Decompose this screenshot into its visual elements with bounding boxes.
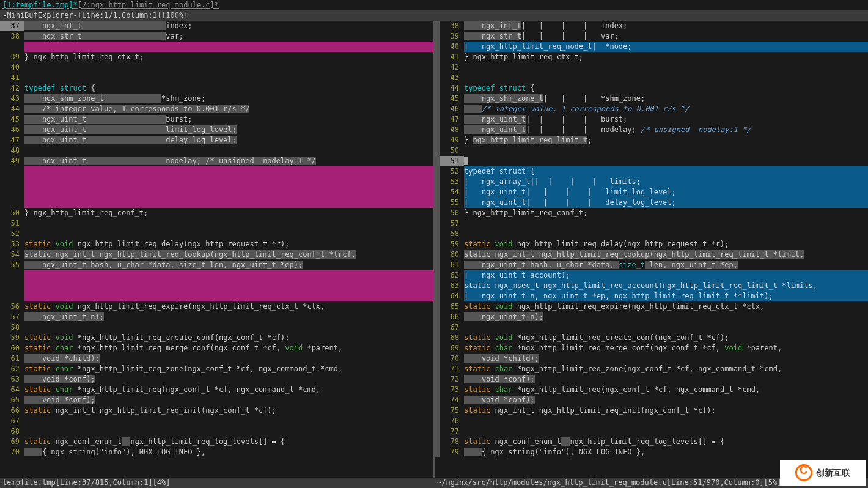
code-line[interactable]: 59static void ngx_http_limit_req_delay(n…	[435, 239, 868, 250]
code-line[interactable]: 47 ngx_uint_t| | | | burst;	[435, 114, 868, 125]
code-line[interactable]: 51	[0, 218, 433, 229]
code-line[interactable]: 56static void ngx_http_limit_req_expire(…	[0, 301, 433, 312]
code-line[interactable]: 60static ngx_int_t ngx_http_limit_req_lo…	[435, 250, 868, 260]
code-line[interactable]: 73static char *ngx_http_limit_req(ngx_co…	[435, 385, 868, 395]
code-line[interactable]: 70 void *child);	[435, 353, 868, 364]
code-line[interactable]: 69static ngx_conf_enum_t ngx_http_limit_…	[0, 437, 433, 447]
fold-column[interactable]	[435, 281, 440, 291]
code-line[interactable]: 37 ngx_int_t index;	[0, 21, 433, 31]
code-line[interactable]: 57	[435, 218, 868, 229]
code-line[interactable]: 51	[435, 156, 868, 166]
code-line[interactable]: 63static ngx_msec_t ngx_http_limit_req_a…	[435, 281, 868, 291]
code-line[interactable]: 55| ngx_uint_t| | | | delay_log_level;	[435, 198, 868, 208]
code-line[interactable]: 58	[0, 322, 433, 333]
code-line[interactable]: 41	[0, 73, 433, 83]
code-line[interactable]: 66static ngx_int_t ngx_http_limit_req_in…	[0, 405, 433, 416]
fold-column[interactable]	[435, 42, 440, 52]
fold-column[interactable]	[435, 208, 440, 218]
code-line[interactable]: 48 ngx_uint_t| | | | nodelay; /* unsigne…	[435, 125, 868, 135]
code-line[interactable]: 62static char *ngx_http_limit_req_zone(n…	[0, 364, 433, 374]
code-line[interactable]: 79 { ngx_string("info"), NGX_LOG_INFO },	[435, 447, 868, 457]
fold-column[interactable]	[435, 364, 440, 374]
code-line[interactable]: 47 ngx_uint_t delay_log_level;	[0, 135, 433, 146]
code-line[interactable]: 53static void ngx_http_limit_req_delay(n…	[0, 239, 433, 250]
fold-column[interactable]	[435, 301, 440, 312]
fold-column[interactable]	[435, 333, 440, 343]
right-pane[interactable]: 38 ngx_int_t| | | | index;39 ngx_str_t| …	[435, 21, 868, 478]
fold-column[interactable]	[435, 104, 440, 114]
fold-column[interactable]	[435, 198, 440, 208]
buffer-tabline[interactable]: [1:tempfile.tmp]*[2:ngx_http_limit_req_m…	[0, 0, 868, 10]
code-line[interactable]: 61 ngx_uint_t hash, u_char *data, size_t…	[435, 260, 868, 270]
fold-column[interactable]	[435, 83, 440, 94]
fold-column[interactable]	[435, 156, 440, 166]
code-line[interactable]: 49 ngx_uint_t nodelay; /* unsigned nodel…	[0, 156, 433, 166]
code-line[interactable]: 52typedef struct {	[435, 166, 868, 177]
code-line[interactable]: 74 void *conf);	[435, 395, 868, 405]
code-line[interactable]: 45 ngx_shm_zone_t| | | *shm_zone;	[435, 94, 868, 104]
code-line[interactable]: 75static ngx_int_t ngx_http_limit_req_in…	[435, 405, 868, 416]
code-line[interactable]: 59static void *ngx_http_limit_req_create…	[0, 333, 433, 343]
fold-column[interactable]	[435, 94, 440, 104]
code-line[interactable]: 62| ngx_uint_t account);	[435, 270, 868, 281]
fold-column[interactable]	[435, 239, 440, 250]
fold-column[interactable]	[435, 125, 440, 135]
tab-1[interactable]: [1:tempfile.tmp]*	[2, 1, 78, 9]
code-line[interactable]: 39 ngx_str_t| | | | var;	[435, 31, 868, 42]
code-line[interactable]	[0, 187, 433, 198]
fold-column[interactable]	[435, 291, 440, 301]
fold-column[interactable]	[435, 218, 440, 229]
code-line[interactable]	[0, 42, 433, 52]
code-line[interactable]: 55 ngx_uint_t hash, u_char *data, size_t…	[0, 260, 433, 270]
code-line[interactable]: 43 ngx_shm_zone_t *shm_zone;	[0, 94, 433, 104]
code-line[interactable]: 66 ngx_uint_t n);	[435, 312, 868, 322]
code-line[interactable]: 60static char *ngx_http_limit_req_merge_…	[0, 343, 433, 353]
fold-column[interactable]	[435, 343, 440, 353]
fold-column[interactable]	[435, 250, 440, 260]
fold-column[interactable]	[435, 229, 440, 239]
code-line[interactable]	[0, 198, 433, 208]
code-line[interactable]	[0, 270, 433, 281]
code-line[interactable]: 46 /* integer value, 1 corresponds to 0.…	[435, 104, 868, 114]
code-line[interactable]	[0, 291, 433, 301]
code-line[interactable]	[0, 281, 433, 291]
code-line[interactable]: 42typedef struct {	[0, 83, 433, 94]
fold-column[interactable]	[435, 146, 440, 156]
code-line[interactable]: 50	[435, 146, 868, 156]
code-line[interactable]: 49} ngx_http_limit_req_limit_t;	[435, 135, 868, 146]
code-line[interactable]: 48	[0, 146, 433, 156]
code-line[interactable]: 53| ngx_array_t|| | | | limits;	[435, 177, 868, 187]
code-line[interactable]: 77	[435, 426, 868, 437]
code-line[interactable]: 70 { ngx_string("info"), NGX_LOG_INFO },	[0, 447, 433, 457]
code-line[interactable]: 58	[435, 229, 868, 239]
code-line[interactable]: 56} ngx_http_limit_req_conf_t;	[435, 208, 868, 218]
code-line[interactable]: 42	[435, 62, 868, 73]
code-line[interactable]: 67	[435, 322, 868, 333]
code-line[interactable]: 64| ngx_uint_t n, ngx_uint_t *ep, ngx_ht…	[435, 291, 868, 301]
fold-column[interactable]	[435, 426, 440, 437]
code-line[interactable]	[0, 177, 433, 187]
fold-column[interactable]	[435, 322, 440, 333]
code-line[interactable]: 39} ngx_http_limit_req_ctx_t;	[0, 52, 433, 62]
code-line[interactable]: 44 /* integer value, 1 corresponds to 0.…	[0, 104, 433, 114]
tab-2[interactable]: [2:ngx_http_limit_req_module.c]*	[78, 1, 219, 9]
left-pane[interactable]: 37 ngx_int_t index;38 ngx_str_t var; 39}…	[0, 21, 433, 478]
fold-column[interactable]	[435, 395, 440, 405]
fold-column[interactable]	[435, 73, 440, 83]
code-line[interactable]: 68static void *ngx_http_limit_req_create…	[435, 333, 868, 343]
code-line[interactable]: 44typedef struct {	[435, 83, 868, 94]
fold-column[interactable]	[435, 177, 440, 187]
fold-column[interactable]	[435, 437, 440, 447]
fold-column[interactable]	[435, 385, 440, 395]
code-line[interactable]: 78static ngx_conf_enum_t ngx_http_limit_…	[435, 437, 868, 447]
fold-column[interactable]	[435, 374, 440, 385]
fold-column[interactable]	[435, 416, 440, 426]
code-line[interactable]: 54static ngx_int_t ngx_http_limit_req_lo…	[0, 250, 433, 260]
code-line[interactable]: 43	[435, 73, 868, 83]
code-line[interactable]: 54| ngx_uint_t| | | | limit_log_level;	[435, 187, 868, 198]
code-line[interactable]: 72 void *conf);	[435, 374, 868, 385]
code-line[interactable]: 65 void *conf);	[0, 395, 433, 405]
code-line[interactable]: 38 ngx_int_t| | | | index;	[435, 21, 868, 31]
code-line[interactable]: 57 ngx_uint_t n);	[0, 312, 433, 322]
fold-column[interactable]	[435, 447, 440, 457]
